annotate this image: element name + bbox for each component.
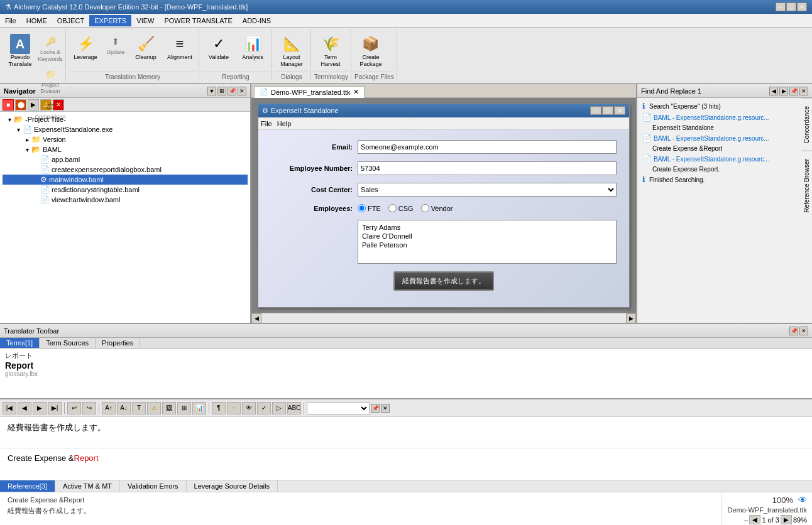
radio-vendor-input[interactable] [421, 204, 429, 212]
search-result-section-1[interactable]: ExpenseIt Standalone [640, 123, 809, 133]
menu-home[interactable]: HOME [21, 15, 52, 26]
terms-tab[interactable]: Terms[1] [0, 338, 40, 348]
window-controls[interactable]: ─ □ ✕ [590, 106, 625, 115]
seg-chart-btn[interactable]: 📊 [192, 402, 206, 414]
ref-prev-btn[interactable]: ◀ [749, 515, 760, 524]
comparison-button[interactable]: ⚖ Comparison [38, 97, 63, 122]
project-division-button[interactable]: 📁 ProjectDivision [38, 65, 63, 97]
seg-next-btn[interactable]: ▶| [48, 402, 62, 414]
employee-palle[interactable]: Palle Peterson [361, 241, 613, 249]
seg-table-btn[interactable]: ⊞ [177, 402, 191, 414]
seg-undo-btn[interactable]: ↩ [67, 402, 81, 414]
tree-expand-baml[interactable]: ▾ [23, 145, 31, 154]
tree-expand-exe[interactable]: ▾ [14, 125, 23, 134]
win-minimize-btn[interactable]: ─ [590, 106, 601, 115]
app-menu-file[interactable]: File [261, 120, 272, 127]
properties-tab[interactable]: Properties [96, 338, 140, 348]
navigator-pin-btn[interactable]: 📌 [228, 87, 236, 95]
search-result-baml-1[interactable]: 📄 BAML - ExpenseItStandalone.g.resourc..… [640, 112, 809, 123]
radio-csg-input[interactable] [388, 204, 397, 212]
fr-nav-next[interactable]: ▶ [779, 87, 788, 95]
seg-close[interactable]: ✕ [381, 404, 390, 413]
ref-tab-validation[interactable]: Validation Errors [120, 480, 187, 492]
nav-btn-2[interactable]: ⬤ [15, 99, 26, 111]
navigator-controls[interactable]: ▼ ⊞ 📌 ✕ [207, 87, 246, 95]
term-harvest-button[interactable]: 🌾 TermHarvest [314, 33, 347, 69]
maximize-button[interactable]: □ [786, 3, 796, 11]
tree-expand-1[interactable]: ▾ [5, 115, 14, 124]
radio-csg[interactable]: CSG [388, 204, 414, 212]
employee-list[interactable]: Terry Adams Claire O'Donnell Palle Peter… [358, 220, 617, 264]
cleanup-button[interactable]: 🧹 Cleanup [129, 33, 162, 62]
minimize-button[interactable]: ─ [776, 3, 786, 11]
seg-abc-btn[interactable]: ABC [287, 402, 301, 414]
win-maximize-btn[interactable]: □ [602, 106, 613, 115]
radio-vendor[interactable]: Vendor [421, 204, 453, 212]
find-replace-controls[interactable]: ◀ ▶ 📌 ✕ [769, 87, 808, 95]
tree-app-baml[interactable]: 📄 app.baml [3, 154, 248, 165]
leverage-button[interactable]: ⚡ Leverage [69, 33, 102, 62]
analysis-button[interactable]: 📊 Analysis [236, 33, 269, 62]
menu-experts[interactable]: EXPERTS [89, 15, 131, 26]
tree-create-expense-baml[interactable]: 📄 createexpensereportdialogbox.baml [3, 165, 248, 175]
scroll-left-btn[interactable]: ◀ [251, 313, 261, 323]
menu-file[interactable]: File [0, 15, 21, 26]
seg-tags-btn[interactable]: T [132, 402, 146, 414]
ref-tab-reference[interactable]: Reference[3] [0, 480, 55, 492]
seg-view-btn[interactable]: 👁 [242, 402, 256, 414]
seg-play-btn[interactable]: ▶ [33, 402, 47, 414]
ref-tab-leverage[interactable]: Leverage Source Details [187, 480, 278, 492]
ref-next-btn[interactable]: ▶ [781, 515, 792, 524]
tree-expand-version[interactable]: ▸ [23, 135, 31, 144]
seg-font-down-btn[interactable]: A↓ [117, 402, 131, 414]
ref-eye-icon[interactable]: 👁 [798, 495, 807, 505]
tree-viewchart-baml[interactable]: 📄 viewchartwindow.baml [3, 195, 248, 205]
seg-warn-btn[interactable]: ⚠ [147, 402, 161, 414]
format-select[interactable] [307, 402, 370, 414]
alignment-button[interactable]: ≡ Alignment [163, 33, 196, 62]
seg-pin[interactable]: 📌 [371, 404, 380, 413]
seg-prev-btn[interactable]: ◀ [18, 402, 31, 414]
seg-play2-btn[interactable]: ▷ [272, 402, 286, 414]
create-package-button[interactable]: 📦 CreatePackage [354, 33, 387, 69]
employee-terry[interactable]: Terry Adams [361, 223, 613, 232]
h-scrollbar[interactable]: ◀ ▶ [251, 313, 636, 323]
radio-fte[interactable]: FTE [358, 204, 381, 212]
seg-check-btn[interactable]: ✓ [257, 402, 271, 414]
editor-tab-main[interactable]: 📄 Demo-WPF_translated.ttk ✕ [254, 86, 365, 98]
tree-exe-file[interactable]: ▾ 📄 ExpenseItStandalone.exe [3, 124, 248, 134]
seg-first-btn[interactable]: |◀ [3, 402, 16, 414]
locks-keywords-button[interactable]: 🔑 Locks &Keywords [38, 33, 63, 64]
radio-fte-input[interactable] [358, 204, 366, 212]
menu-view[interactable]: VIEW [131, 15, 159, 26]
seg-image-btn[interactable]: 🖼 [162, 402, 176, 414]
tree-baml-folder[interactable]: ▾ 📂 BAML [3, 144, 248, 154]
seg-space-btn[interactable]: · [227, 402, 241, 414]
validate-button[interactable]: ✓ Validate [202, 33, 235, 62]
ref-tab-active-tm[interactable]: Active TM & MT [55, 480, 120, 492]
target-segment[interactable]: Create Expense &Report [0, 448, 812, 480]
navigator-view-btn[interactable]: ⊞ [217, 87, 226, 95]
close-button[interactable]: ✕ [797, 3, 807, 11]
pseudo-translate-button[interactable]: A PseudoTranslate [4, 33, 36, 69]
app-menu-help[interactable]: Help [277, 120, 292, 127]
search-result-baml-3[interactable]: 📄 BAML - ExpenseItStandalone.g.resourc..… [640, 153, 809, 165]
fr-close[interactable]: ✕ [799, 87, 808, 95]
tree-resdic-baml[interactable]: 📄 resdictionarystringtable.baml [3, 185, 248, 195]
email-input[interactable] [358, 140, 617, 154]
concordance-tab[interactable]: Concordance [801, 98, 812, 151]
create-expense-button[interactable]: 経費報告書を作成します。 [393, 271, 494, 291]
tree-version-folder[interactable]: ▸ 📁 Version [3, 134, 248, 144]
menu-power-translate[interactable]: POWER TRANSLATE [159, 15, 237, 26]
term-sources-tab[interactable]: Term Sources [40, 338, 96, 348]
search-result-baml-2[interactable]: 📄 BAML - ExpenseItStandalone.g.resourc..… [640, 133, 809, 144]
search-result-section-2[interactable]: Create Expense &Report [640, 144, 809, 153]
scroll-track[interactable] [261, 313, 626, 323]
editor-tab-close[interactable]: ✕ [353, 88, 359, 96]
menu-add-ins[interactable]: ADD-INS [238, 15, 276, 26]
seg-redo-btn[interactable]: ↪ [82, 402, 96, 414]
cost-center-select[interactable]: Sales [358, 183, 617, 197]
seg-font-up-btn[interactable]: A↑ [102, 402, 116, 414]
employee-claire[interactable]: Claire O'Donnell [361, 232, 613, 241]
translator-controls[interactable]: 📌 ✕ [789, 327, 808, 335]
